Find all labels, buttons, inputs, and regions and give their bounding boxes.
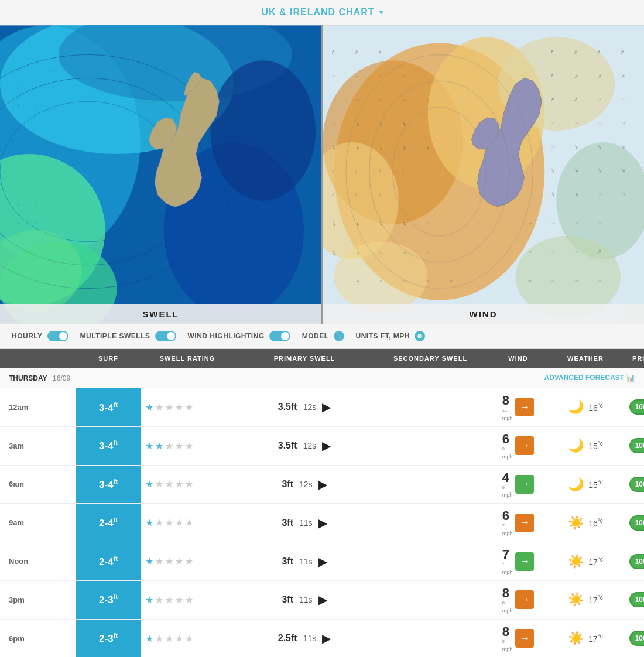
table-row: 3am 3-4ft ★★★★★ 3.5ft 12s ▶ 6 9mph → 🌙 1… — [0, 427, 644, 466]
star-empty: ★ — [175, 556, 183, 567]
prob-badge: 100% — [629, 399, 644, 415]
hourly-toggle[interactable] — [47, 331, 68, 341]
svg-text:↘: ↘ — [597, 143, 602, 150]
star-empty: ★ — [155, 402, 163, 413]
svg-text:↘: ↘ — [550, 167, 556, 173]
units-gear-icon[interactable]: ⚙ — [415, 331, 425, 341]
hourly-label: HOURLY — [12, 332, 43, 340]
svg-text:›: › — [53, 68, 54, 73]
weather-temp: 17°c — [588, 594, 603, 605]
svg-text:→: → — [550, 278, 556, 284]
svg-text:›: › — [18, 85, 19, 91]
chart-icon: 📊 — [626, 374, 635, 382]
time-cell: 3am — [0, 437, 76, 455]
wind-speed-value: 4 — [502, 470, 509, 485]
svg-text:›: › — [53, 85, 54, 91]
svg-text:→: → — [620, 96, 626, 102]
svg-text:›: › — [18, 220, 19, 225]
wind-speed-value: 8 — [502, 586, 509, 600]
swell-map-panel[interactable]: ››› ››› ›› ››› ›› ›› ›› ›› ›› ›› ›› SWEL… — [0, 25, 323, 324]
svg-text:↘: ↘ — [574, 143, 579, 150]
svg-text:›: › — [251, 138, 253, 143]
weather-icon: 🌙 — [568, 477, 584, 492]
rating-cell: ★★★★★ — [141, 551, 234, 572]
weather-cell: 🌙 15°c — [550, 433, 621, 458]
star-filled: ★ — [145, 517, 153, 528]
time-cell: 9am — [0, 514, 76, 532]
svg-text:›: › — [18, 203, 19, 208]
table-row: 6pm 2-3ft ★★★★★ 2.5ft 11s ▶ 8 9mph → ☀️ … — [0, 620, 644, 657]
rating-cell: ★★★★★ — [141, 590, 234, 610]
swell-direction-icon: ▶ — [318, 477, 327, 491]
prob-cell: 100% — [621, 472, 644, 497]
multiple-swells-toggle[interactable] — [155, 331, 176, 341]
svg-text:›: › — [234, 80, 235, 85]
swell-label: SWELL — [0, 304, 321, 324]
svg-text:→: → — [331, 73, 337, 79]
prob-badge: 100% — [629, 554, 644, 569]
forecast-rows: 12am 3-4ft ★★★★★ 3.5ft 12s ▶ 8 11mph → 🌙… — [0, 388, 644, 657]
star-empty: ★ — [175, 633, 183, 644]
wind-unit-label: 9mph — [502, 447, 513, 460]
star-empty: ★ — [185, 633, 193, 644]
table-row: 3pm 2-3ft ★★★★★ 3ft 11s ▶ 8 8mph → ☀️ 17… — [0, 581, 644, 620]
rating-cell: ★★★★★ — [141, 397, 234, 418]
multiple-swells-control: MULTIPLE SWELLS — [80, 331, 176, 341]
prob-cell: 100% — [621, 433, 644, 458]
surf-value: 3-4ft — [99, 401, 118, 414]
forecast-section: SURF SWELL RATING PRIMARY SWELL SECONDAR… — [0, 349, 644, 657]
units-control: UNITS FT, MPH ⚙ — [356, 331, 426, 341]
th-surf: SURF — [76, 349, 141, 368]
svg-text:→: → — [597, 278, 602, 284]
day-name: THURSDAY — [9, 374, 47, 382]
surf-value: 2-4ft — [99, 555, 118, 568]
weather-temp: 15°c — [588, 440, 603, 451]
time-cell: Noon — [0, 552, 76, 570]
star-empty: ★ — [165, 633, 173, 644]
chart-title: UK & IRELAND CHART — [261, 7, 374, 18]
time-cell: 12am — [0, 398, 76, 416]
table-header: SURF SWELL RATING PRIMARY SWELL SECONDAR… — [0, 349, 644, 368]
prob-cell: 100% — [621, 511, 644, 535]
hourly-toggle-knob — [59, 332, 67, 340]
model-settings-icon[interactable]: 🔧 — [334, 331, 344, 341]
secondary-swell-cell — [375, 441, 486, 450]
star-empty: ★ — [165, 556, 173, 567]
primary-period: 11s — [299, 557, 313, 566]
wind-map-svg: ↗↗↗ ↗↗↗↗ →→→→ ↗↗↗↗ →→→→→ ↗↗→→ →↘↘↘ →→→→ … — [323, 25, 644, 324]
weather-icon: ☀️ — [568, 592, 584, 607]
weather-temp: 17°c — [588, 633, 603, 644]
wind-label: WIND — [323, 304, 644, 324]
wind-highlighting-toggle[interactable] — [269, 331, 290, 341]
weather-icon: ☀️ — [568, 515, 584, 531]
primary-period: 12s — [299, 480, 313, 489]
wind-speed-value: 6 — [502, 508, 509, 523]
rating-cell: ★★★★★ — [141, 512, 234, 533]
hourly-control: HOURLY — [12, 331, 68, 341]
wind-cell: 8 11mph → — [486, 388, 550, 426]
wind-unit-label: 7mph — [502, 523, 513, 537]
star-empty: ★ — [185, 478, 193, 490]
svg-text:→: → — [402, 97, 407, 103]
primary-swell-cell: 3.5ft 12s ▶ — [234, 434, 375, 457]
primary-swell-cell: 2.5ft 11s ▶ — [234, 627, 375, 650]
svg-text:→: → — [527, 278, 533, 284]
prob-badge: 100% — [629, 477, 644, 492]
primary-height: 3ft — [282, 594, 293, 605]
wind-map-panel[interactable]: ↗↗↗ ↗↗↗↗ →→→→ ↗↗↗↗ →→→→→ ↗↗→→ →↘↘↘ →→→→ … — [323, 25, 644, 324]
wind-unit-label: 7mph — [502, 562, 513, 576]
primary-height: 3.5ft — [278, 440, 297, 451]
chevron-down-icon[interactable]: ▾ — [379, 8, 383, 16]
surf-cell: 3-4ft — [76, 427, 141, 465]
advanced-forecast-link[interactable]: ADVANCED FORECAST 📊 — [544, 374, 635, 382]
time-cell: 3pm — [0, 591, 76, 609]
wind-speed-group: 8 11mph — [502, 393, 513, 422]
prob-badge: 100% — [629, 438, 644, 453]
star-empty: ★ — [165, 402, 173, 413]
swell-direction-icon: ▶ — [322, 631, 331, 645]
svg-text:→: → — [621, 120, 626, 126]
secondary-swell-cell — [375, 402, 486, 412]
prob-cell: 100% — [621, 395, 644, 419]
star-empty: ★ — [185, 556, 193, 567]
star-empty: ★ — [185, 440, 193, 451]
